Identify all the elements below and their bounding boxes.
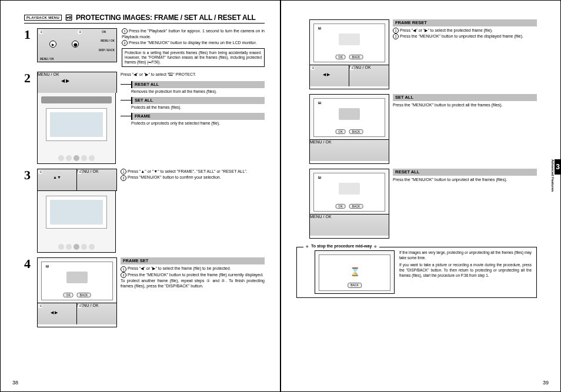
step2-text: Press "◀" or "▶" to select "⚿" PROTECT. … (121, 72, 265, 164)
page-title: PROTECTING IMAGES: FRAME / SET ALL / RES… (76, 14, 256, 22)
figure-reset-all-camera: MENU / OK (309, 215, 389, 239)
press-arrow-icon: ⬤ (72, 41, 79, 48)
page-38: PLAYBACK MENU ⚿ PROTECTING IMAGES: FRAME… (0, 0, 280, 392)
playback-menu-tag: PLAYBACK MENU (24, 15, 62, 21)
page-39: ⚿ OKBACK ①◀ ▶ ②MENU / OK FRAME RESET 1Pr… (280, 0, 561, 392)
set-all-heading: SET ALL (131, 97, 265, 104)
step4-text: FRAME SET 1Press "◀" or "▶" to select th… (121, 257, 265, 327)
step-number-4: 4 (24, 257, 32, 327)
frame-heading: FRAME (131, 113, 265, 120)
step1-note: Protection is a setting that prevents fr… (122, 48, 265, 68)
tip-content: ⌛ BACK If the images are very large, pro… (296, 247, 537, 298)
figure-step1-camera: ① ② ON ▶ ⬤ MENU / OK DISP / BACK MENU / … (37, 28, 117, 62)
figure-frame-reset-camera: ①◀ ▶ ②MENU / OK (309, 65, 389, 89)
figure-step3-camera: ①▲▼ ②MENU / OK (37, 169, 117, 191)
disp-back-label: DISP / BACK (99, 49, 115, 52)
protect-icon: ⚿ (318, 101, 322, 105)
key-icon: ⚿ (65, 14, 73, 21)
step-number-3: 3 (24, 169, 32, 253)
page-header: PLAYBACK MENU ⚿ PROTECTING IMAGES: FRAME… (24, 14, 265, 24)
step-number-1: 1 (24, 28, 32, 67)
reset-all-text: RESET ALL Press the "MENU/OK" button to … (393, 169, 537, 239)
menu-ok-label: MENU / OK (101, 39, 115, 42)
set-all-heading-right: SET ALL (393, 94, 537, 101)
chapter-tab: 3 Advanced Features (551, 159, 561, 192)
figure-tip-lcd: ⌛ BACK (315, 250, 395, 294)
protect-icon: ⚿ (45, 264, 49, 268)
playback-arrow-icon: ▶ (49, 41, 56, 48)
figure-step2-lcd (37, 93, 116, 164)
frame-reset-text: FRAME RESET 1Press "◀" or "▶" to select … (393, 19, 537, 89)
hourglass-icon: ⌛ (350, 266, 360, 277)
step3-text: 1Press "▲" or "▼" to select "FRAME", "SE… (121, 169, 265, 253)
protect-icon: ⚿ (318, 26, 322, 30)
step1-text: 1Press the "Playback" button for approx.… (122, 28, 265, 67)
reset-all-heading-right: RESET ALL (393, 169, 537, 176)
figure-step4-lcd: ⚿ OKBACK (37, 257, 117, 303)
figure-reset-all-lcd: ⚿ OKBACK (309, 169, 389, 215)
figure-step4-camera: ①◀ ▶ ②MENU / OK (37, 303, 117, 327)
figure-set-all-lcd: ⚿ OKBACK (309, 94, 389, 140)
figure-frame-reset-lcd: ⚿ OKBACK (309, 19, 389, 65)
reset-all-heading: RESET ALL (131, 81, 265, 88)
protect-icon: ⚿ (318, 176, 322, 179)
set-all-text: SET ALL Press the "MENU/OK" button to pr… (393, 94, 537, 164)
frame-reset-heading: FRAME RESET (393, 19, 537, 26)
figure-step2-camera: ◀ ▶ MENU / OK (37, 72, 117, 93)
figure-step3-lcd (37, 191, 116, 253)
figure-set-all-camera: MENU / OK (309, 140, 389, 164)
page-number-left: 38 (12, 380, 18, 386)
step-number-2: 2 (24, 72, 32, 164)
frame-set-heading: FRAME SET (121, 257, 265, 264)
page-number-right: 39 (543, 380, 549, 386)
